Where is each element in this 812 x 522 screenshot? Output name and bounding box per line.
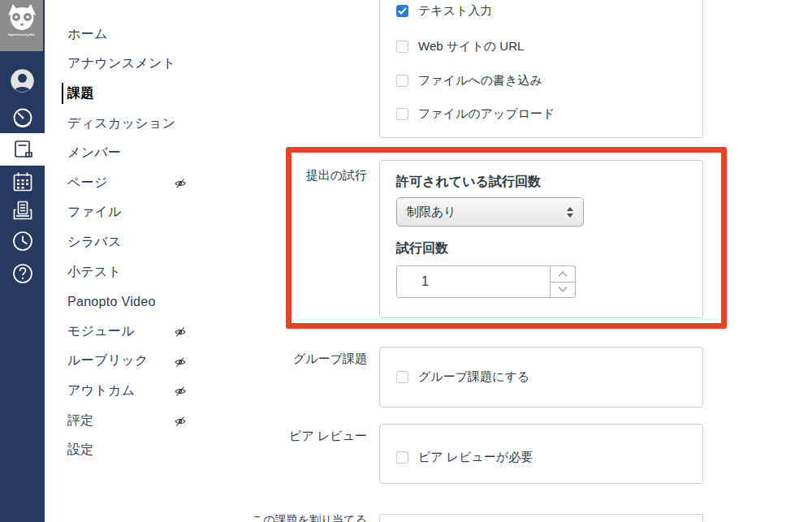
nav-label: アナウンスメント [67,55,175,72]
entry-option-row: Web サイトの URL [396,39,524,54]
calendar-icon [11,170,34,193]
inbox-nav-button[interactable] [0,198,45,222]
group-option-row: グループ課題にする [396,369,529,385]
nav-label: 評定 [67,412,94,429]
clock-icon [11,230,34,252]
hidden-eye-slash-icon [174,177,187,190]
file-annotation-checkbox[interactable] [396,75,408,87]
check-icon [398,7,407,15]
submission-attempts-field-label: 提出の試行 [205,168,367,183]
course-nav-outcomes[interactable]: アウトカム [67,376,207,406]
hidden-eye-slash-icon [174,356,187,369]
account-nav-button[interactable] [0,65,45,96]
courses-nav-button[interactable] [0,133,45,166]
select-value: 制限あり [407,205,567,220]
attempt-count-input[interactable]: 1 [396,265,551,298]
peer-review-checkbox[interactable] [396,451,408,464]
entry-option-row: ファイルへの書き込み [396,73,542,88]
dashboard-nav-button[interactable] [0,106,45,130]
file-upload-checkbox[interactable] [396,108,408,120]
website-url-checkbox[interactable] [396,41,408,53]
allowed-attempts-select[interactable]: 制限あり [396,197,584,226]
nav-label: モジュール [67,323,135,340]
nav-label: ホーム [67,26,108,43]
hidden-eye-slash-icon [174,385,187,398]
peer-review-field-label: ピア レビュー [205,429,367,444]
course-nav-assignments[interactable]: 課題 [67,79,207,109]
help-nav-button[interactable] [0,261,45,287]
course-nav-files[interactable]: ファイル [67,198,207,228]
attempt-count-stepper: 1 [396,265,576,298]
brand-logo[interactable]: Digital University Hub [0,0,43,51]
nav-label: ルーブリック [67,352,149,369]
entry-option-label[interactable]: テキスト入力 [418,3,492,19]
global-nav-rail: Digital University Hub [0,0,45,522]
attempt-count-heading: 試行回数 [396,240,448,257]
nav-label: アウトカム [67,382,135,399]
entry-option-row: テキスト入力 [396,3,492,19]
stepper-down-button[interactable] [551,282,576,299]
calendar-nav-button[interactable] [0,169,45,195]
course-nav-syllabus[interactable]: シラバス [67,227,207,257]
course-nav-modules[interactable]: モジュール [67,317,207,347]
stepper-up-button[interactable] [551,265,576,282]
peer-review-box: ピア レビューが必要 [379,424,703,484]
chevron-up-icon [557,270,568,278]
history-nav-button[interactable] [0,228,45,254]
nav-label: ページ [67,175,108,192]
entry-option-label[interactable]: ファイルへの書き込み [418,73,542,88]
course-nav-settings[interactable]: 設定 [67,435,207,465]
group-field-label: グループ課題 [205,352,367,367]
course-nav-panopto[interactable]: Panopto Video [67,287,207,317]
course-nav-quizzes[interactable]: 小テスト [67,257,207,287]
entry-option-label[interactable]: ファイルのアップロード [418,106,555,122]
course-nav: ホーム アナウンスメント 課題 ディスカッション メンバー ページ ファイル シ… [67,19,207,465]
hidden-eye-slash-icon [174,415,187,428]
group-assignment-checkbox[interactable] [396,371,408,383]
gauge-icon [11,107,34,128]
nav-label: 小テスト [67,264,121,281]
text-entry-checkbox[interactable] [396,5,408,17]
entry-option-row: ファイルのアップロード [396,106,555,122]
book-icon [11,138,34,161]
stepper-buttons [551,265,576,298]
allowed-attempts-heading: 許可されている試行回数 [396,174,541,191]
assign-to-box [379,514,703,522]
nav-label: メンバー [67,145,121,162]
hidden-eye-slash-icon [174,326,187,339]
course-nav-home[interactable]: ホーム [67,19,207,50]
course-nav-discussions[interactable]: ディスカッション [67,109,207,139]
course-nav-rubrics[interactable]: ルーブリック [67,347,207,377]
chevron-down-icon [557,286,568,293]
group-assignment-box: グループ課題にする [379,347,703,408]
course-nav-pages[interactable]: ページ [67,168,207,198]
select-arrows-icon [567,207,573,218]
nav-label: Panopto Video [67,295,156,309]
nav-label: 課題 [67,85,94,102]
group-option-label[interactable]: グループ課題にする [418,369,529,385]
nav-label: シラバス [67,234,122,251]
entry-option-label[interactable]: Web サイトの URL [418,39,524,54]
brand-logo-label: Digital University Hub [8,33,34,36]
assign-field-label: この課題を割り当てる [205,513,367,522]
course-nav-people[interactable]: メンバー [67,138,207,168]
nav-label: 設定 [67,442,94,459]
help-icon [11,262,34,285]
online-entry-options-box: テキスト入力 Web サイトの URL ファイルへの書き込み ファイルのアップロ… [379,0,703,138]
lemur-logo-icon [5,2,39,35]
course-nav-grades[interactable]: 評定 [67,406,207,436]
nav-label: ディスカッション [67,115,175,132]
assignment-edit-page: Digital University Hub [0,0,812,522]
peer-review-option-row: ピア レビューが必要 [396,450,533,465]
nav-label: ファイル [67,204,122,221]
course-nav-announcements[interactable]: アナウンスメント [67,50,207,80]
submission-attempts-box: 許可されている試行回数 制限あり 試行回数 1 [379,160,703,318]
avatar-icon [9,67,36,94]
inbox-icon [11,199,34,222]
peer-review-option-label[interactable]: ピア レビューが必要 [418,450,533,465]
